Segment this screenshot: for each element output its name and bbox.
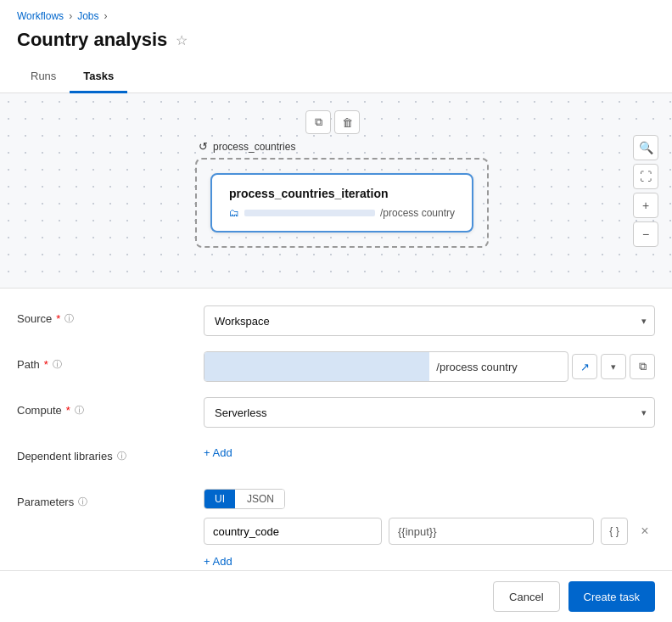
source-select-wrapper: Workspace ▾ — [204, 305, 655, 336]
refresh-icon: ↺ — [199, 140, 208, 153]
path-label: Path* ⓘ — [17, 351, 204, 371]
dep-libraries-control: + Add — [204, 443, 655, 462]
canvas-area: ⧉ 🗑 ↺ process_countries process_countrie… — [0, 93, 672, 289]
path-control: /process country ↗ ▾ ⧉ — [204, 351, 655, 382]
params-toggle: UI JSON — [204, 489, 285, 509]
source-control: Workspace ▾ — [204, 305, 655, 336]
path-field-row: /process country ↗ ▾ ⧉ — [204, 351, 655, 382]
canvas-zoom-in-button[interactable]: + — [633, 193, 658, 218]
breadcrumb-sep1: › — [69, 10, 72, 22]
breadcrumb: Workflows › Jobs › — [0, 0, 672, 25]
path-chevron-button[interactable]: ▾ — [601, 354, 626, 379]
dashed-container: process_countries_iteration 🗂 /process c… — [195, 158, 489, 248]
path-value-text: /process country — [429, 361, 524, 373]
params-ui-button[interactable]: UI — [204, 490, 235, 508]
process-label-text: process_countries — [213, 141, 295, 153]
canvas-expand-button[interactable]: ⛶ — [633, 164, 658, 189]
canvas-controls: 🔍 ⛶ + − — [633, 135, 658, 247]
page-title-row: Country analysis ☆ — [0, 25, 672, 61]
tab-tasks[interactable]: Tasks — [70, 61, 127, 93]
form-area: Source* ⓘ Workspace ▾ Path* ⓘ /process c… — [0, 289, 672, 617]
tabs-container: Runs Tasks — [0, 61, 672, 93]
param-remove-button[interactable]: × — [635, 521, 655, 541]
param-row: { } × — [204, 518, 655, 545]
path-area: /process country — [204, 351, 568, 382]
parameters-row: Parameters ⓘ UI JSON { } × + Add — [17, 489, 655, 571]
compute-select[interactable]: Serverless — [204, 397, 655, 428]
source-row: Source* ⓘ Workspace ▾ — [17, 305, 655, 336]
canvas-zoom-out-button[interactable]: − — [633, 221, 658, 247]
parameters-label: Parameters ⓘ — [17, 489, 204, 508]
compute-info-icon: ⓘ — [75, 404, 84, 417]
parameters-info-icon: ⓘ — [78, 496, 87, 508]
path-copy-button[interactable]: ⧉ — [630, 354, 655, 379]
footer: Cancel Create task — [0, 570, 672, 622]
create-task-button[interactable]: Create task — [568, 581, 655, 612]
compute-select-wrapper: Serverless ▾ — [204, 397, 655, 428]
folder-icon: 🗂 — [229, 207, 239, 219]
process-label: ↺ process_countries — [195, 140, 489, 153]
compute-row: Compute* ⓘ Serverless ▾ — [17, 397, 655, 428]
compute-control: Serverless ▾ — [204, 397, 655, 428]
breadcrumb-workflows[interactable]: Workflows — [17, 10, 64, 22]
param-value-input[interactable] — [389, 518, 594, 545]
tab-runs[interactable]: Runs — [17, 61, 70, 93]
favorite-icon[interactable]: ☆ — [176, 32, 188, 48]
parameters-control: UI JSON { } × + Add — [204, 489, 655, 571]
source-select[interactable]: Workspace — [204, 305, 655, 336]
dep-libraries-info-icon: ⓘ — [117, 450, 126, 462]
copy-node-button[interactable]: ⧉ — [305, 110, 331, 134]
param-key-input[interactable] — [204, 518, 382, 545]
path-info-icon: ⓘ — [53, 358, 62, 371]
add-library-button[interactable]: + Add — [204, 443, 232, 462]
page-title: Country analysis — [17, 29, 167, 51]
dep-libraries-row: Dependent libraries ⓘ + Add — [17, 443, 655, 474]
path-external-link-button[interactable]: ↗ — [572, 354, 597, 379]
task-node-title: process_countries_iteration — [229, 187, 455, 200]
node-actions: ⧉ 🗑 — [305, 110, 360, 134]
path-bar-fill — [204, 352, 429, 381]
task-node-path: 🗂 /process country — [229, 207, 455, 219]
dep-libraries-label: Dependent libraries ⓘ — [17, 443, 204, 462]
task-node[interactable]: process_countries_iteration 🗂 /process c… — [210, 173, 473, 233]
add-param-button[interactable]: + Add — [204, 552, 232, 571]
compute-label: Compute* ⓘ — [17, 397, 204, 417]
process-outer-container: ↺ process_countries process_countries_it… — [195, 140, 489, 248]
delete-node-button[interactable]: 🗑 — [334, 110, 360, 134]
breadcrumb-jobs[interactable]: Jobs — [77, 10, 98, 22]
canvas-search-button[interactable]: 🔍 — [633, 135, 658, 160]
breadcrumb-sep2: › — [104, 10, 107, 22]
path-row: Path* ⓘ /process country ↗ ▾ ⧉ — [17, 351, 655, 382]
params-json-button[interactable]: JSON — [237, 490, 284, 508]
source-label: Source* ⓘ — [17, 305, 204, 325]
source-info-icon: ⓘ — [64, 312, 74, 325]
task-path-text: /process country — [380, 207, 455, 219]
param-braces-button[interactable]: { } — [601, 518, 628, 545]
cancel-button[interactable]: Cancel — [493, 581, 559, 612]
